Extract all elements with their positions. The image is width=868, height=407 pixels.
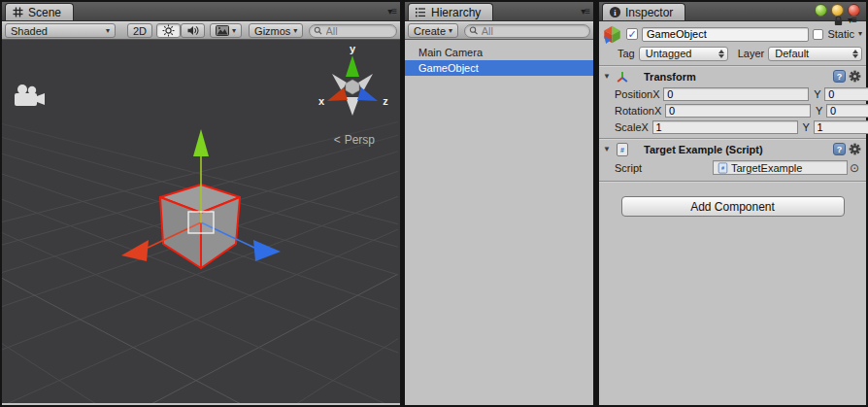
scene-search[interactable] [309,24,397,38]
static-label: Static [827,28,854,40]
svg-text:#: # [721,165,724,171]
tab-inspector[interactable]: i Inspector [602,3,685,20]
active-checkbox[interactable]: ✓ [626,28,638,40]
scale-row: Scale X Y Z [599,119,866,135]
effects-dropdown-button[interactable]: ▾ [210,23,242,38]
check-icon: ✓ [627,29,636,40]
position-x-field[interactable] [663,87,809,101]
scene-panel: Scene ▾≡ Shaded ▾ 2D [2,2,400,405]
chevron-down-icon: ▾ [106,27,110,35]
position-y-field[interactable] [824,87,868,101]
persp-gizmo-label[interactable]: < Persp [334,133,375,147]
object-picker-icon[interactable]: ⊙ [848,161,861,175]
add-component-button[interactable]: Add Component [621,196,845,217]
tag-label: Tag [618,48,635,59]
scene-viewport[interactable]: y x z < Persp [2,40,400,403]
hierarchy-tabbar: Hierarchy ▾≡ [405,2,593,21]
2d-toggle-button[interactable]: 2D [127,23,152,38]
persp-angle-icon: < [334,133,341,147]
position-row: Position X Y Z [599,85,866,102]
scene-search-input[interactable] [326,25,390,37]
stepper-icon [852,50,858,58]
csharp-script-icon: # [616,143,629,156]
rotation-x-field[interactable] [665,104,811,118]
info-icon: i [609,6,621,18]
transform-body: Position X Y Z Rotation X Y Z Scale X Y … [599,85,866,138]
tag-dropdown[interactable]: Untagged [639,47,728,61]
create-dropdown[interactable]: Create ▾ [408,23,458,38]
x-arrow-cone[interactable] [121,240,149,261]
center-handle[interactable] [188,212,214,233]
window-green-button[interactable] [815,4,827,17]
csharp-script-icon: # [718,162,728,174]
help-icon[interactable]: ? [833,143,846,155]
image-icon [216,25,229,36]
y-axis-label: y [350,43,356,54]
scene-tabbar: Scene ▾≡ [2,2,400,21]
script-component-title: Target Example (Script) [644,144,830,155]
speaker-icon [186,24,199,37]
scene-canvas: y x z [2,40,398,403]
sun-icon [162,24,175,37]
rotation-y-field[interactable] [826,104,868,118]
stepper-icon [718,50,724,58]
gizmos-dropdown[interactable]: Gizmos ▾ [249,23,303,38]
hierarchy-list-icon [415,6,427,18]
hierarchy-toolbar: Create ▾ [405,21,593,40]
shaded-dropdown[interactable]: Shaded ▾ [5,23,116,38]
scale-y-field[interactable] [814,120,868,134]
script-field-row: Script # TargetExample ⊙ [603,159,861,176]
tab-hierarchy-label: Hierarchy [431,6,481,19]
hierarchy-panel: Hierarchy ▾≡ Create ▾ Main Camera Gam [405,2,593,405]
layer-label: Layer [738,48,765,59]
foldout-icon[interactable]: ▼ [603,72,613,81]
chevron-down-icon: ▾ [293,27,297,35]
inspector-menu-icon[interactable]: ▾≡ [848,15,856,25]
add-component-row: Add Component [599,196,866,217]
separator [599,181,866,183]
scale-x-field[interactable] [652,120,798,134]
gear-icon[interactable] [849,70,861,83]
chevron-down-icon: ▾ [232,27,236,35]
search-icon [469,25,480,37]
tab-hierarchy[interactable]: Hierarchy [408,3,493,20]
grid-icon [12,6,24,18]
tab-inspector-label: Inspector [625,6,673,19]
static-checkbox[interactable] [813,29,823,40]
static-dropdown-icon[interactable]: ▾ [858,30,862,38]
hierarchy-panel-menu-icon[interactable]: ▾≡ [581,6,589,17]
script-field-label: Script [603,162,713,174]
audio-toggle-button[interactable] [181,23,205,38]
inspector-header: ✓ Static ▾ Tag Untagged Layer Default [599,21,866,65]
tab-scene[interactable]: Scene [5,3,74,20]
gameobject-cube-icon [602,24,622,45]
hierarchy-search-input[interactable] [482,25,584,37]
hierarchy-item-gameobject[interactable]: GameObject [405,60,593,76]
unity-editor-window: Scene ▾≡ Shaded ▾ 2D [0,0,868,407]
hierarchy-item-main-camera[interactable]: Main Camera [405,45,593,60]
rotation-row: Rotation X Y Z [599,102,866,119]
transform-header[interactable]: ▼ Transform ? [599,67,866,85]
gameobject-name-field[interactable] [642,27,809,42]
hierarchy-search[interactable] [464,24,590,38]
scene-panel-menu-icon[interactable]: ▾≡ [387,6,396,17]
lighting-toggle-button[interactable] [156,23,181,38]
script-component-header[interactable]: ▼ # Target Example (Script) ? [599,140,866,158]
transform-axes-icon [616,70,629,84]
transform-title: Transform [644,71,830,83]
layer-dropdown[interactable]: Default [768,47,862,61]
inspector-panel: i Inspector ▾≡ ✓ [599,2,866,405]
tab-scene-label: Scene [28,6,61,19]
chevron-down-icon: ▾ [449,27,452,35]
search-icon [314,25,323,37]
hierarchy-list: Main Camera GameObject [405,40,593,76]
script-object-field[interactable]: # TargetExample [713,160,848,175]
svg-text:#: # [620,147,624,153]
help-icon[interactable]: ? [833,70,846,83]
z-axis-label: z [383,95,388,107]
gear-icon[interactable] [849,143,861,155]
foldout-icon[interactable]: ▼ [603,145,613,153]
scene-toolbar: Shaded ▾ 2D [2,21,400,40]
x-axis-label: x [318,95,325,107]
lock-icon[interactable] [833,16,844,26]
